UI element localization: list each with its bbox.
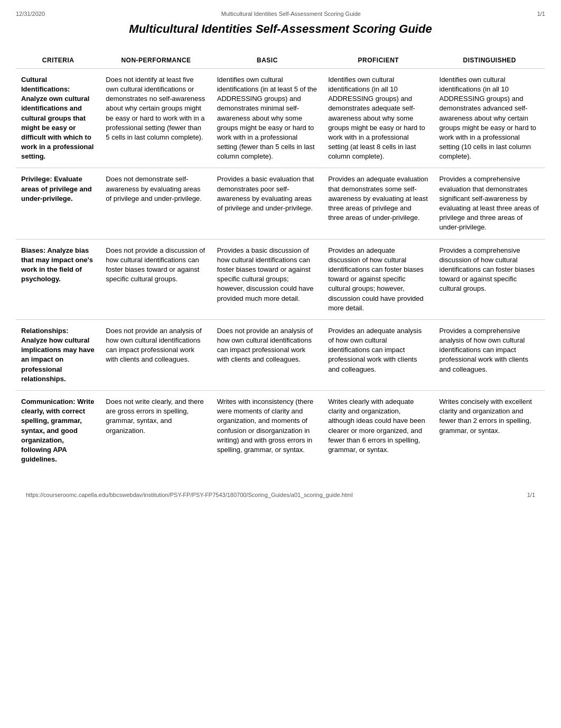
row-4-basic: Writes with inconsistency (there were mo…	[212, 391, 323, 471]
footer-page-num: 1/1	[527, 492, 535, 498]
row-0-criteria: Cultural Identifications: Analyze own cu…	[16, 68, 100, 168]
row-2-basic: Provides a basic discussion of how cultu…	[212, 239, 323, 319]
row-2-proficient: Provides an adequate discussion of how c…	[323, 239, 434, 319]
row-1-basic: Provides a basic evaluation that demonst…	[212, 168, 323, 239]
header-distinguished: DISTINGUISHED	[434, 52, 545, 68]
scoring-table: CRITERIA NON-PERFORMANCE BASIC PROFICIEN…	[16, 52, 545, 471]
header-non-performance: NON-PERFORMANCE	[100, 52, 211, 68]
row-1-criteria: Privilege: Evaluate areas of privilege a…	[16, 168, 100, 239]
row-4-criteria: Communication: Write clearly, with corre…	[16, 391, 100, 471]
header-criteria: CRITERIA	[16, 52, 100, 68]
browser-page-num: 1/1	[537, 11, 545, 17]
table-row: Biases: Analyze bias that may impact one…	[16, 239, 545, 319]
row-3-basic: Does not provide an analysis of how own …	[212, 319, 323, 390]
header-basic: BASIC	[212, 52, 323, 68]
row-1-proficient: Provides an adequate evaluation that dem…	[323, 168, 434, 239]
row-4-proficient: Writes clearly with adequate clarity and…	[323, 391, 434, 471]
row-1-distinguished: Provides a comprehensive evaluation that…	[434, 168, 545, 239]
row-4-distinguished: Writes concisely with excellent clarity …	[434, 391, 545, 471]
row-3-distinguished: Provides a comprehensive analysis of how…	[434, 319, 545, 390]
row-3-proficient: Provides an adequate analysis of how own…	[323, 319, 434, 390]
table-row: Privilege: Evaluate areas of privilege a…	[16, 168, 545, 239]
row-2-criteria: Biases: Analyze bias that may impact one…	[16, 239, 100, 319]
browser-tab-title: Multicultural Identities Self-Assessment…	[221, 11, 361, 17]
table-row: Cultural Identifications: Analyze own cu…	[16, 68, 545, 168]
table-row: Relationships: Analyze how cultural impl…	[16, 319, 545, 390]
row-3-non_performance: Does not provide an analysis of how own …	[100, 319, 211, 390]
row-0-non_performance: Does not identify at least five own cult…	[100, 68, 211, 168]
row-4-non_performance: Does not write clearly, and there are gr…	[100, 391, 211, 471]
table-row: Communication: Write clearly, with corre…	[16, 391, 545, 471]
row-0-proficient: Identifies own cultural identifications …	[323, 68, 434, 168]
row-0-basic: Identifies own cultural identifications …	[212, 68, 323, 168]
header-proficient: PROFICIENT	[323, 52, 434, 68]
footer-url: https://courseroomc.capella.edu/bbcswebd…	[26, 492, 353, 498]
row-1-non_performance: Does not demonstrate self-awareness by e…	[100, 168, 211, 239]
row-2-non_performance: Does not provide a discussion of how cul…	[100, 239, 211, 319]
row-2-distinguished: Provides a comprehensive discussion of h…	[434, 239, 545, 319]
page-title: Multicultural Identities Self-Assessment…	[16, 22, 545, 36]
row-0-distinguished: Identifies own cultural identifications …	[434, 68, 545, 168]
browser-date: 12/31/2020	[16, 11, 45, 17]
row-3-criteria: Relationships: Analyze how cultural impl…	[16, 319, 100, 390]
